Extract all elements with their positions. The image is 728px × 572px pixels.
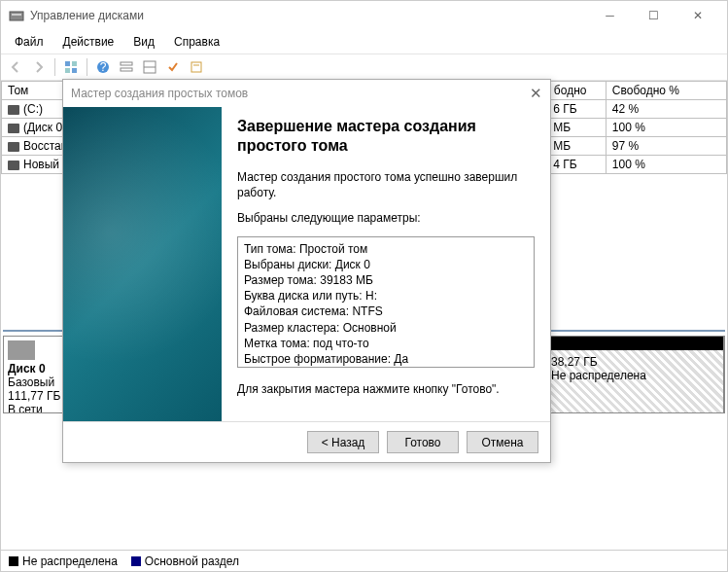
menu-view[interactable]: Вид bbox=[125, 32, 162, 52]
close-icon[interactable]: ✕ bbox=[530, 85, 542, 102]
unalloc-size: 38,27 ГБ bbox=[551, 355, 598, 369]
dialog-sidebar bbox=[63, 107, 222, 421]
close-button[interactable]: ✕ bbox=[676, 2, 719, 29]
dialog-heading: Завершение мастера создания простого том… bbox=[237, 117, 535, 156]
param-line: Размер тома: 39183 МБ bbox=[244, 272, 528, 288]
disk-status: В сети bbox=[8, 403, 43, 412]
unalloc-state: Не распределена bbox=[551, 369, 646, 382]
menu-help[interactable]: Справка bbox=[166, 32, 227, 52]
view2-icon[interactable] bbox=[139, 56, 160, 78]
svg-text:?: ? bbox=[100, 60, 107, 74]
param-line: Быстрое форматирование: Да bbox=[244, 351, 528, 367]
dialog-main: Завершение мастера создания простого том… bbox=[222, 107, 550, 421]
dialog-titlebar: Мастер создания простых томов ✕ bbox=[63, 80, 550, 107]
app-icon bbox=[9, 8, 24, 23]
legend-unalloc: Не распределена bbox=[9, 554, 118, 568]
action-icon[interactable] bbox=[162, 56, 184, 78]
svg-rect-2 bbox=[65, 61, 70, 66]
finish-button[interactable]: Готово bbox=[387, 431, 459, 453]
svg-rect-5 bbox=[72, 68, 77, 73]
maximize-button[interactable]: ☐ bbox=[632, 2, 676, 29]
param-line: Буква диска или путь: H: bbox=[244, 288, 528, 304]
back-button[interactable]: < Назад bbox=[307, 431, 379, 453]
menubar: Файл Действие Вид Справка bbox=[1, 30, 727, 54]
param-line: Выбраны диски: Диск 0 bbox=[244, 257, 528, 272]
col-free[interactable]: бодно bbox=[547, 82, 606, 100]
partition-unallocated[interactable]: 38,27 ГБ Не распределена bbox=[548, 337, 724, 412]
menu-file[interactable]: Файл bbox=[7, 32, 52, 52]
param-line: Размер кластера: Основной bbox=[244, 320, 528, 336]
dialog-msg2: Выбраны следующие параметры: bbox=[237, 210, 535, 226]
menu-action[interactable]: Действие bbox=[55, 32, 122, 52]
window-title: Управление дисками bbox=[30, 9, 588, 22]
minimize-button[interactable]: ─ bbox=[588, 2, 632, 29]
legend-primary: Основной раздел bbox=[131, 554, 239, 568]
svg-rect-0 bbox=[10, 12, 23, 20]
dialog-msg1: Мастер создания простого тома успешно за… bbox=[237, 169, 535, 200]
col-freepct[interactable]: Свободно % bbox=[606, 82, 726, 100]
svg-rect-12 bbox=[191, 62, 201, 72]
disk-label: Диск 0 bbox=[8, 362, 46, 375]
svg-rect-4 bbox=[65, 68, 70, 73]
legend: Не распределена Основной раздел bbox=[1, 550, 727, 571]
param-line: Тип тома: Простой том bbox=[244, 241, 528, 257]
back-icon[interactable] bbox=[5, 56, 26, 78]
dialog-title: Мастер создания простых томов bbox=[71, 87, 248, 100]
help-icon[interactable]: ? bbox=[92, 56, 114, 78]
titlebar: Управление дисками ─ ☐ ✕ bbox=[1, 1, 727, 30]
refresh-icon[interactable] bbox=[60, 56, 82, 78]
svg-rect-3 bbox=[72, 61, 77, 66]
wizard-dialog: Мастер создания простых томов ✕ Завершен… bbox=[62, 79, 551, 463]
forward-icon[interactable] bbox=[28, 56, 50, 78]
properties-icon[interactable] bbox=[186, 56, 207, 78]
param-line: Метка тома: под что-то bbox=[244, 336, 528, 351]
param-line: Применение сжатия файлов и папок: Нет bbox=[244, 367, 528, 368]
param-line: Файловая система: NTFS bbox=[244, 304, 528, 319]
svg-rect-1 bbox=[12, 14, 21, 16]
disk-size: 111,77 ГБ bbox=[8, 389, 60, 403]
toolbar: ? bbox=[1, 54, 727, 81]
disk-icon bbox=[8, 340, 35, 360]
parameters-box[interactable]: Тип тома: Простой томВыбраны диски: Диск… bbox=[237, 236, 535, 368]
svg-rect-9 bbox=[121, 68, 132, 71]
dialog-footer: < Назад Готово Отмена bbox=[63, 421, 550, 462]
dialog-msg3: Для закрытия мастера нажмите кнопку "Гот… bbox=[237, 381, 535, 397]
cancel-button[interactable]: Отмена bbox=[467, 431, 538, 453]
disk-type: Базовый bbox=[8, 375, 54, 389]
svg-rect-8 bbox=[121, 62, 132, 65]
view1-icon[interactable] bbox=[116, 56, 137, 78]
